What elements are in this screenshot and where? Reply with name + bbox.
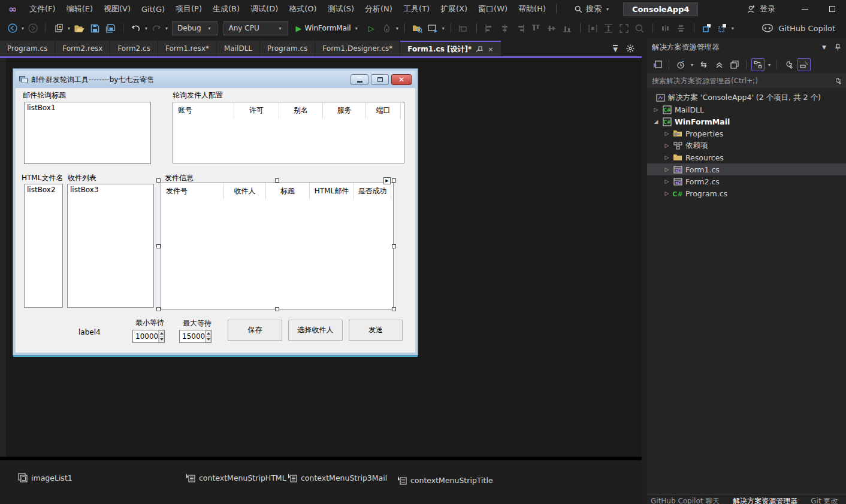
open-file-button[interactable] (72, 21, 86, 35)
column-recipient[interactable]: 收件人 (224, 183, 266, 199)
resize-handle-bottom-center[interactable] (275, 307, 279, 311)
make-vertical-spacing-equal-button[interactable] (674, 21, 688, 35)
tab-form1-resx[interactable]: Form1.resx* (158, 41, 216, 56)
menu-build[interactable]: 生成(B) (207, 0, 245, 18)
listbox2[interactable]: listBox2 (24, 184, 63, 308)
tree-node-resources[interactable]: ▷ Resources (647, 151, 846, 163)
tab-solution-explorer[interactable]: 解决方案资源管理器 (733, 494, 797, 504)
menu-file[interactable]: 文件(F) (24, 0, 61, 18)
designer-scrollbar[interactable] (0, 58, 6, 457)
toolbar-overflow-icon[interactable]: ▾ (730, 26, 735, 31)
properties-window-button[interactable] (728, 58, 741, 71)
max-wait-value[interactable]: 15000 (180, 330, 205, 342)
column-sender-no[interactable]: 发件号 (161, 183, 224, 199)
align-to-grid-button[interactable] (457, 21, 471, 35)
chevron-down-icon[interactable]: ▾ (164, 26, 169, 31)
chevron-down-icon[interactable]: ▼ (822, 44, 826, 50)
column-port[interactable]: 端口 (366, 102, 401, 119)
close-icon[interactable]: × (488, 45, 493, 53)
solution-platform-dropdown[interactable]: Any CPU ▾ (223, 21, 288, 35)
resize-handle-top-left[interactable] (156, 178, 161, 183)
designed-form-window[interactable]: 邮件群发轮询工具--------by七七云寄售 ✕ 邮件轮询标题 listBox… (13, 69, 418, 355)
make-horizontal-spacing-equal-button[interactable] (658, 21, 673, 35)
navigate-forward-button[interactable] (26, 21, 40, 35)
tree-collapsed-icon[interactable]: ▷ (664, 190, 670, 196)
align-middles-button[interactable] (545, 21, 559, 35)
find-in-files-button[interactable] (410, 21, 425, 35)
align-rights-button[interactable] (513, 21, 528, 35)
align-centers-button[interactable] (498, 21, 512, 35)
tree-collapsed-icon[interactable]: ▷ (664, 130, 670, 136)
resize-handle-bottom-left[interactable] (156, 307, 161, 311)
column-subject[interactable]: 标题 (266, 183, 310, 199)
menu-project[interactable]: 项目(P) (170, 0, 207, 18)
chevron-down-icon[interactable]: ▾ (395, 26, 400, 31)
min-wait-value[interactable]: 10000 (133, 330, 158, 342)
tree-collapsed-icon[interactable]: ▷ (664, 166, 670, 172)
toolbar-options-icon[interactable]: ▾ (441, 26, 446, 31)
tab-form1-designer-cs[interactable]: Form1.Designer.cs* (315, 41, 400, 56)
smart-tag-button[interactable]: ▶ (383, 177, 391, 184)
tree-collapsed-icon[interactable]: ▷ (653, 107, 659, 113)
start-debugging-button[interactable]: ▶ WinFormMail ▾ (296, 24, 359, 33)
choose-recipient-button[interactable]: 选择收件人 (288, 320, 343, 341)
save-button[interactable] (87, 21, 102, 35)
listbox1[interactable]: listBox1 (24, 102, 151, 164)
sync-with-active-document-button[interactable] (697, 58, 710, 71)
send-to-back-button[interactable] (715, 21, 730, 35)
menu-help[interactable]: 帮助(H) (513, 0, 551, 18)
tree-node-form2-cs[interactable]: ▷ Form2.cs (647, 175, 846, 187)
menu-edit[interactable]: 编辑(E) (61, 0, 98, 18)
send-info-listview[interactable]: 发件号 收件人 标题 HTML邮件 是否成功 (161, 183, 394, 309)
spin-down-button[interactable] (206, 336, 211, 342)
spin-down-button[interactable] (159, 336, 164, 342)
pin-icon[interactable] (835, 44, 841, 51)
tab-git-changes[interactable]: Git 更改 (811, 494, 838, 504)
sender-listview[interactable]: 账号 许可 别名 服务 端口 (173, 102, 404, 163)
project-badge[interactable]: ConsoleApp4 (623, 2, 698, 16)
solution-explorer-header[interactable]: 解决方案资源管理器 ▼ (647, 38, 846, 56)
size-to-grid-button[interactable] (633, 21, 647, 35)
make-same-size-button[interactable] (617, 21, 632, 35)
spin-up-button[interactable] (159, 330, 164, 336)
menu-analyze[interactable]: 分析(N) (359, 0, 398, 18)
save-all-button[interactable] (103, 21, 117, 35)
live-share-button[interactable] (426, 21, 440, 35)
gear-icon[interactable] (626, 44, 634, 53)
tree-node-form1-cs[interactable]: ▷ Form1.cs (647, 163, 846, 175)
menu-window[interactable]: 窗口(W) (473, 0, 513, 18)
tab-form2-resx[interactable]: Form2.resx (55, 41, 110, 56)
pending-changes-filter-button[interactable] (674, 58, 687, 71)
tray-item-contextmenustriptitle[interactable]: contextMenuStripTitle (397, 475, 493, 485)
resize-handle-middle-right[interactable] (392, 244, 396, 248)
tab-form2-cs[interactable]: Form2.cs (110, 41, 158, 56)
document-overflow-icon[interactable]: ▼ (613, 45, 618, 53)
column-html-mail[interactable]: HTML邮件 (310, 183, 354, 199)
switch-views-button[interactable] (651, 58, 664, 71)
chevron-down-icon[interactable]: ▾ (767, 62, 772, 68)
align-tops-button[interactable] (529, 21, 543, 35)
tray-item-contextmenustrip3mail[interactable]: contextMenuStrip3Mail (288, 473, 387, 482)
tray-item-imagelist1[interactable]: imageList1 (18, 473, 72, 482)
collapse-all-button[interactable] (712, 58, 726, 71)
new-project-button[interactable] (52, 21, 66, 35)
search-box[interactable]: 搜索 ▾ (575, 4, 610, 14)
column-license[interactable]: 许可 (234, 102, 279, 119)
chevron-down-icon[interactable]: ▾ (67, 26, 71, 31)
pin-icon[interactable] (476, 46, 483, 53)
make-same-height-button[interactable] (602, 21, 616, 35)
menu-git[interactable]: Git(G) (136, 0, 170, 18)
solution-configuration-dropdown[interactable]: Debug ▾ (172, 21, 217, 35)
tab-copilot-chat[interactable]: GitHub Copilot 聊天 (651, 494, 720, 504)
tree-node-winformmail[interactable]: ◢ C# WinFormMail (647, 116, 846, 127)
menu-extensions[interactable]: 扩展(X) (435, 0, 473, 18)
maximize-button[interactable] (818, 0, 846, 18)
align-lefts-button[interactable] (482, 21, 497, 35)
tree-expanded-icon[interactable]: ◢ (653, 119, 659, 125)
send-button[interactable]: 发送 (349, 320, 403, 341)
tree-collapsed-icon[interactable]: ▷ (664, 154, 670, 160)
menu-tools[interactable]: 工具(T) (398, 0, 435, 18)
menu-format[interactable]: 格式(O) (283, 0, 322, 18)
column-account[interactable]: 账号 (173, 102, 234, 119)
undo-button[interactable] (129, 21, 143, 35)
